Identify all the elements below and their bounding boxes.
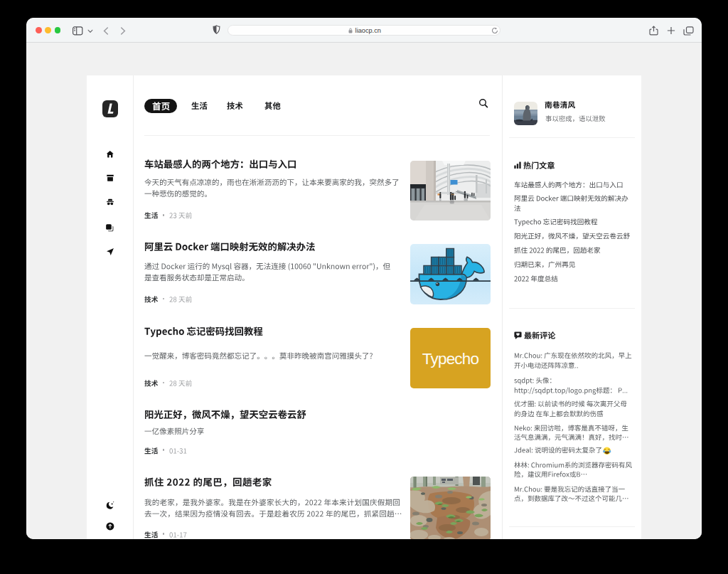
svg-text:Typecho: Typecho xyxy=(422,349,478,367)
